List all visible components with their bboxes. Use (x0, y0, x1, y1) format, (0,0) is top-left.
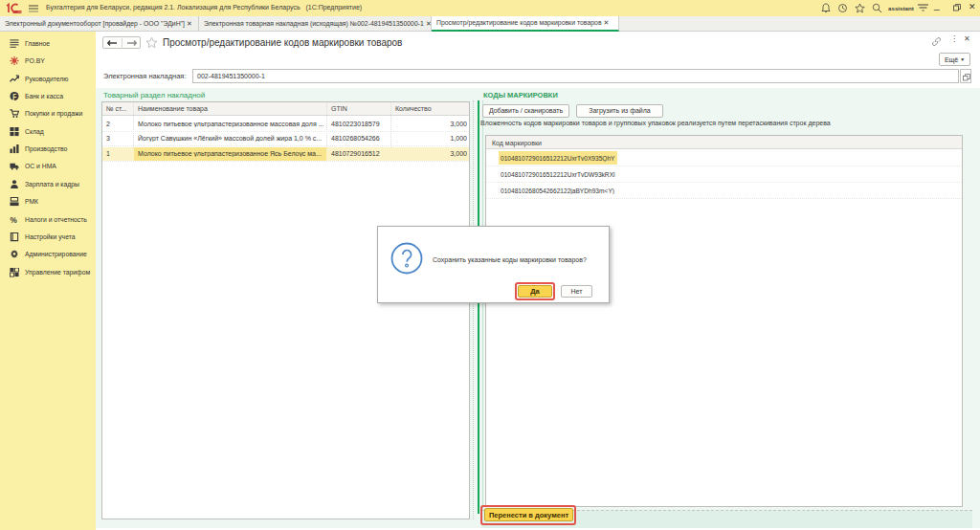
svg-text:Ƒ: Ƒ (11, 93, 16, 100)
svg-text:%: % (10, 215, 17, 224)
